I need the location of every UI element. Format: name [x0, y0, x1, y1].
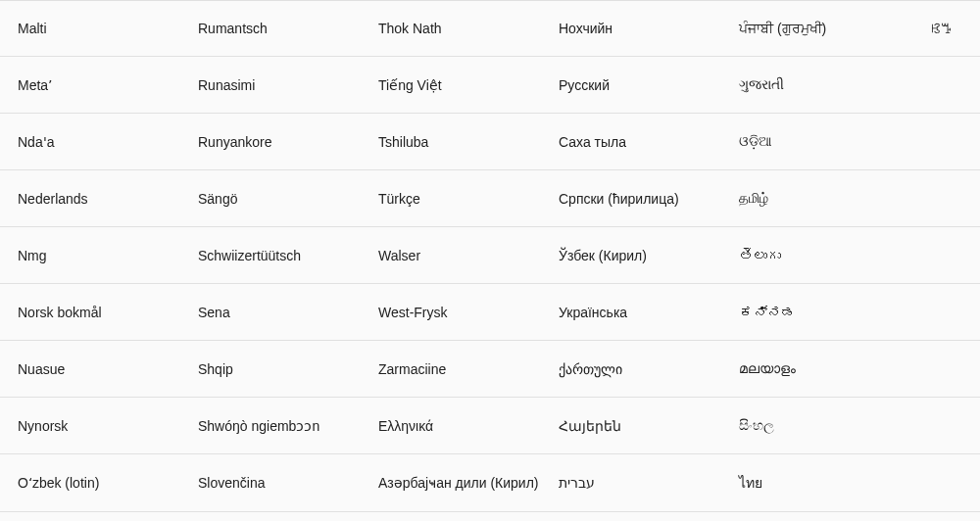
language-row: NuasueShqipZarmaciineქართულიമലയാളം [0, 341, 980, 398]
language-option[interactable]: ଓଡ଼ିଆ [721, 116, 902, 167]
language-selector-table: MaltiRumantschThok NathНохчийнਪੰਜਾਬੀ (ਗੁ… [0, 0, 980, 512]
language-option[interactable]: Zarmaciine [361, 344, 541, 395]
language-option[interactable]: ไทย [721, 454, 902, 511]
language-option[interactable]: Sena [180, 287, 361, 338]
language-option[interactable]: West-Frysk [361, 287, 541, 338]
language-row: NynorskShwóŋò ngiembɔɔnΕλληνικάՀայերենසි… [0, 398, 980, 454]
language-option[interactable]: Shwóŋò ngiembɔɔn [180, 401, 361, 451]
language-option[interactable]: Rumantsch [180, 3, 361, 54]
language-option[interactable]: ગુજરાતી [721, 59, 902, 111]
language-option[interactable]: മലയാളം [721, 343, 902, 395]
language-option[interactable]: Runyankore [180, 117, 361, 167]
language-option[interactable]: Nederlands [0, 173, 180, 224]
language-option[interactable]: Нохчийн [541, 3, 721, 54]
language-option[interactable]: Norsk bokmål [0, 287, 180, 338]
language-row: NederlandsSängöTürkçeСрпски (ћирилица)தம… [0, 170, 980, 227]
language-option[interactable]: Türkçe [361, 173, 541, 224]
language-option[interactable]: Malti [0, 3, 180, 54]
language-option[interactable]: Азәрбајҹан дили (Кирил) [361, 457, 541, 508]
language-option[interactable]: తెలుగు [721, 230, 902, 281]
language-option[interactable]: ꕙꔤ [902, 3, 980, 55]
language-option[interactable]: සිංහල [721, 400, 902, 451]
language-option[interactable]: ਪੰਜਾਬੀ (ਗੁਰਮੁਖੀ) [721, 3, 902, 55]
language-option[interactable]: Ndaꞌa [0, 117, 180, 167]
language-option[interactable]: Walser [361, 230, 541, 281]
language-row: Oʻzbek (lotin)SlovenčinaАзәрбајҹан дили … [0, 454, 980, 512]
language-option[interactable]: தமிழ் [721, 172, 902, 224]
language-option[interactable]: Nynorsk [0, 401, 180, 451]
language-option[interactable]: Runasimi [180, 60, 361, 111]
language-option[interactable]: Tshiluba [361, 117, 541, 167]
language-option[interactable]: Oʻzbek (lotin) [0, 457, 180, 508]
language-option[interactable]: Саха тыла [541, 117, 721, 167]
language-option[interactable]: Русский [541, 60, 721, 111]
language-option[interactable]: Thok Nath [361, 3, 541, 54]
language-option[interactable]: Հայերեն [541, 401, 721, 451]
language-option[interactable]: Schwiizertüütsch [180, 230, 361, 281]
language-option[interactable]: Sängö [180, 173, 361, 224]
language-option[interactable]: Tiếng Việt [361, 60, 541, 111]
language-option[interactable]: Metaʼ [0, 60, 180, 111]
language-row: MetaʼRunasimiTiếng ViệtРусскийગુજરાતી [0, 57, 980, 114]
language-option[interactable]: Nuasue [0, 344, 180, 395]
language-row: NmgSchwiizertüütschWalserЎзбек (Кирил)తె… [0, 227, 980, 284]
language-option[interactable]: ಕನ್ನಡ [721, 287, 902, 338]
language-row: Norsk bokmålSenaWest-FryskУкраїнськаಕನ್ನ… [0, 284, 980, 341]
language-option[interactable]: Српски (ћирилица) [541, 173, 721, 224]
language-option[interactable]: Slovenčina [180, 457, 361, 508]
language-row: NdaꞌaRunyankoreTshilubaСаха тылаଓଡ଼ିଆ [0, 114, 980, 170]
language-option[interactable]: Ўзбек (Кирил) [541, 230, 721, 281]
language-row: MaltiRumantschThok NathНохчийнਪੰਜਾਬੀ (ਗੁ… [0, 0, 980, 57]
language-option[interactable]: Українська [541, 287, 721, 338]
language-option[interactable]: עברית [541, 457, 721, 508]
language-option[interactable]: ქართული [541, 344, 721, 395]
language-option[interactable]: Shqip [180, 344, 361, 395]
language-option[interactable]: Ελληνικά [361, 401, 541, 451]
language-option[interactable]: Nmg [0, 230, 180, 281]
